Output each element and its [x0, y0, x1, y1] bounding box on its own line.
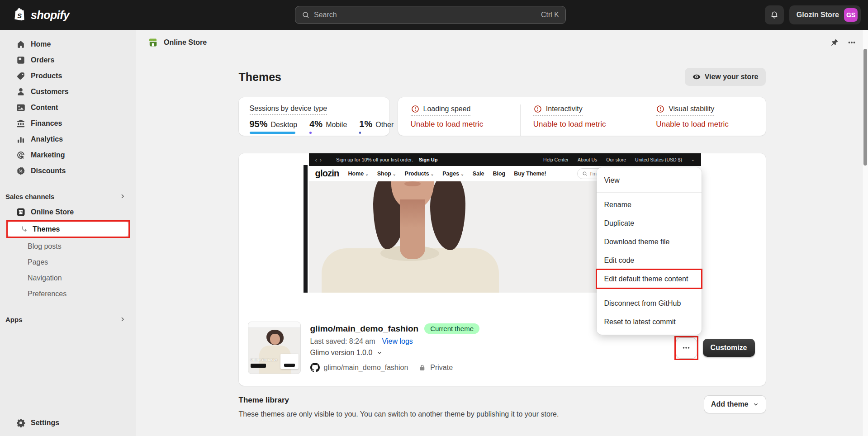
chevron-down-icon: [753, 401, 759, 408]
desktop-bar: [250, 132, 295, 134]
target-icon: [16, 150, 26, 160]
shopify-logo-s: S: [17, 12, 22, 19]
other-value: 1%: [359, 119, 372, 129]
mobile-label: Mobile: [326, 121, 347, 129]
menu-item-edit-code[interactable]: Edit code: [597, 251, 702, 270]
menu-item-reset-to-latest-commit[interactable]: Reset to latest commit: [597, 313, 702, 331]
interactivity-title[interactable]: Interactivity: [533, 104, 583, 116]
scrollbar-track[interactable]: [862, 30, 868, 436]
apps-header[interactable]: Apps: [0, 312, 136, 327]
view-your-store-button[interactable]: View your store: [685, 68, 766, 86]
theme-library-title: Theme library: [239, 396, 559, 405]
breadcrumb: Online Store: [147, 37, 207, 48]
orders-icon: [16, 55, 26, 65]
menu-item-disconnect-from-github[interactable]: Disconnect from GitHub: [597, 294, 702, 313]
notifications-button[interactable]: [765, 5, 784, 24]
menu-item-edit-default-theme-content[interactable]: Edit default theme content: [597, 270, 702, 288]
visual-stability-status: Unable to load metric: [656, 120, 765, 129]
chevron-right-icon: [119, 193, 126, 200]
sidebar-item-label: Marketing: [31, 151, 65, 159]
sessions-mobile: 4% Mobile: [309, 119, 347, 134]
search-shortcut-hint: Ctrl K: [541, 11, 559, 19]
theme-more-actions-button[interactable]: [676, 338, 697, 358]
store-menu-button[interactable]: Glozin Store GS: [789, 5, 861, 24]
scrollbar-thumb[interactable]: [863, 49, 867, 166]
mobile-value: 4%: [309, 119, 323, 129]
gear-icon: [16, 418, 26, 428]
page-header: Online Store: [136, 30, 868, 55]
add-theme-label: Add theme: [711, 400, 749, 408]
last-saved-text: Last saved: 8:24 am: [310, 337, 375, 346]
search-icon: [582, 171, 588, 176]
more-options-icon[interactable]: [847, 38, 856, 47]
alert-icon: [656, 104, 665, 114]
theme-thumbnail[interactable]: Online Exclusive: [248, 322, 301, 374]
tag-icon: [16, 71, 26, 81]
about-us-link: About Us: [578, 157, 597, 162]
theme-name: glimo/main_demo_fashion: [310, 324, 419, 334]
preview-edge-strip: [304, 165, 308, 293]
theme-library-section: Theme library These themes are only visi…: [239, 396, 766, 418]
visual-stability-metric: Visual stability Unable to load metric: [643, 104, 765, 136]
sidebar-item-preferences[interactable]: Preferences: [0, 286, 136, 302]
sidebar: Home Orders Products Customers Content F…: [0, 30, 136, 436]
add-theme-button[interactable]: Add theme: [704, 396, 766, 413]
sidebar-item-products[interactable]: Products: [0, 68, 136, 84]
preview-nav-shop: Shop⌄: [377, 171, 396, 177]
menu-item-download-theme-file[interactable]: Download theme file: [597, 232, 702, 251]
theme-version-selector[interactable]: Glimo version 1.0.0: [310, 349, 480, 357]
bell-icon: [770, 10, 779, 19]
interactivity-status: Unable to load metric: [533, 120, 643, 129]
next-arrow-icon: ›: [320, 156, 324, 163]
sidebar-item-label: Products: [31, 72, 62, 80]
sidebar-item-content[interactable]: Content: [0, 100, 136, 115]
sidebar-item-label: Orders: [31, 56, 54, 64]
pin-icon[interactable]: [830, 38, 839, 47]
repo-visibility: Private: [430, 364, 453, 372]
loading-speed-metric: Loading speed Unable to load metric: [398, 104, 520, 136]
mobile-bar: [309, 132, 312, 134]
menu-item-duplicate[interactable]: Duplicate: [597, 214, 702, 232]
sales-channels-header[interactable]: Sales channels: [0, 189, 136, 204]
visual-stability-title[interactable]: Visual stability: [656, 104, 714, 116]
sessions-other: 1% Other: [359, 119, 394, 134]
sidebar-item-settings[interactable]: Settings: [0, 415, 136, 431]
preview-nav-pages: Pages⌄: [442, 171, 464, 177]
menu-item-view[interactable]: View: [597, 171, 702, 190]
customize-button[interactable]: Customize: [703, 339, 755, 357]
annotation-box-themes: Themes: [6, 220, 130, 238]
global-search-input[interactable]: Search Ctrl K: [295, 6, 566, 24]
sidebar-item-themes[interactable]: Themes: [8, 222, 128, 237]
search-icon: [302, 11, 310, 19]
person-icon: [16, 87, 26, 97]
discount-icon: [16, 166, 26, 176]
currency-selector: United States (USD $): [635, 157, 682, 162]
sidebar-item-discounts[interactable]: Discounts: [0, 163, 136, 179]
sidebar-item-pages[interactable]: Pages: [0, 254, 136, 270]
menu-item-rename[interactable]: Rename: [597, 195, 702, 214]
shopify-logo[interactable]: S shopify: [14, 7, 69, 23]
sidebar-item-label: Settings: [31, 419, 59, 427]
sidebar-item-analytics[interactable]: Analytics: [0, 131, 136, 147]
sessions-card: Sessions by device type 95% Desktop 4% M…: [239, 97, 389, 136]
sessions-desktop: 95% Desktop: [250, 119, 298, 134]
sidebar-item-blog-posts[interactable]: Blog posts: [0, 238, 136, 254]
shopify-wordmark: shopify: [31, 9, 69, 22]
sidebar-item-marketing[interactable]: Marketing: [0, 147, 136, 163]
loading-speed-title[interactable]: Loading speed: [411, 104, 471, 116]
store-avatar: GS: [844, 8, 858, 22]
sidebar-item-orders[interactable]: Orders: [0, 52, 136, 68]
view-logs-link[interactable]: View logs: [382, 337, 413, 346]
announcement-cta: Sign Up: [419, 157, 438, 162]
sidebar-item-customers[interactable]: Customers: [0, 84, 136, 100]
sidebar-item-label: Blog posts: [28, 242, 62, 251]
sidebar-item-online-store[interactable]: Online Store: [0, 204, 136, 220]
sidebar-item-navigation[interactable]: Navigation: [0, 270, 136, 286]
sidebar-item-home[interactable]: Home: [0, 36, 136, 52]
sidebar-item-finances[interactable]: Finances: [0, 115, 136, 131]
sessions-title[interactable]: Sessions by device type: [250, 104, 327, 115]
loading-speed-status: Unable to load metric: [411, 120, 520, 129]
page-title: Themes: [239, 71, 281, 84]
eye-icon: [692, 72, 701, 81]
desktop-value: 95%: [250, 119, 268, 129]
